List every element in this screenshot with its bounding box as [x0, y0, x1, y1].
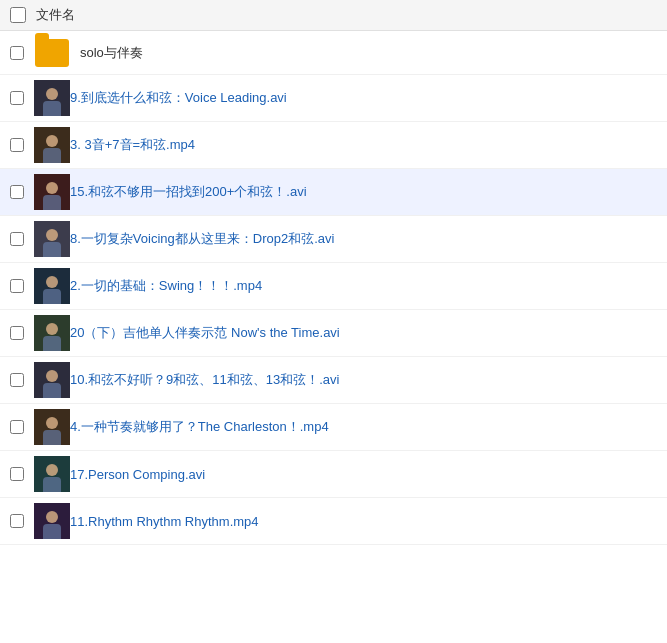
list-item: 11.Rhythm Rhythm Rhythm.mp4 [0, 498, 667, 545]
folder-name[interactable]: solo与伴奏 [80, 44, 143, 62]
file-name[interactable]: 10.和弦不好听？9和弦、11和弦、13和弦！.avi [70, 371, 339, 389]
video-thumbnail [34, 503, 70, 539]
row-checkbox[interactable] [10, 467, 24, 481]
file-name[interactable]: 15.和弦不够用一招找到200+个和弦！.avi [70, 183, 307, 201]
row-checkbox[interactable] [10, 46, 24, 60]
video-thumbnail [34, 456, 70, 492]
header-row: 文件名 [0, 0, 667, 31]
file-name[interactable]: 4.一种节奏就够用了？The Charleston！.mp4 [70, 418, 329, 436]
file-name[interactable]: 2.一切的基础：Swing！！！.mp4 [70, 277, 262, 295]
video-thumbnail [34, 362, 70, 398]
row-checkbox[interactable] [10, 279, 24, 293]
row-checkbox[interactable] [10, 232, 24, 246]
video-thumbnail [34, 268, 70, 304]
list-item: 3. 3音+7音=和弦.mp4 [0, 122, 667, 169]
list-item: 20（下）吉他单人伴奏示范 Now's the Time.avi [0, 310, 667, 357]
file-name[interactable]: 8.一切复杂Voicing都从这里来：Drop2和弦.avi [70, 230, 334, 248]
file-name[interactable]: 17.Person Comping.avi [70, 467, 205, 482]
list-item: 8.一切复杂Voicing都从这里来：Drop2和弦.avi [0, 216, 667, 263]
list-item: 15.和弦不够用一招找到200+个和弦！.avi [0, 169, 667, 216]
row-checkbox[interactable] [10, 420, 24, 434]
file-list: solo与伴奏9.到底选什么和弦：Voice Leading.avi3. 3音+… [0, 31, 667, 545]
list-item: 4.一种节奏就够用了？The Charleston！.mp4 [0, 404, 667, 451]
row-checkbox[interactable] [10, 91, 24, 105]
list-item: 9.到底选什么和弦：Voice Leading.avi [0, 75, 667, 122]
list-item: 2.一切的基础：Swing！！！.mp4 [0, 263, 667, 310]
file-name[interactable]: 9.到底选什么和弦：Voice Leading.avi [70, 89, 287, 107]
row-checkbox[interactable] [10, 185, 24, 199]
video-thumbnail [34, 315, 70, 351]
row-checkbox[interactable] [10, 138, 24, 152]
list-item: 17.Person Comping.avi [0, 451, 667, 498]
column-header-name: 文件名 [36, 6, 75, 24]
file-name[interactable]: 20（下）吉他单人伴奏示范 Now's the Time.avi [70, 324, 340, 342]
file-name[interactable]: 11.Rhythm Rhythm Rhythm.mp4 [70, 514, 259, 529]
video-thumbnail [34, 80, 70, 116]
video-thumbnail [34, 127, 70, 163]
video-thumbnail [34, 174, 70, 210]
select-all-checkbox[interactable] [10, 7, 26, 23]
folder-icon [34, 37, 70, 69]
row-checkbox[interactable] [10, 373, 24, 387]
list-item: 10.和弦不好听？9和弦、11和弦、13和弦！.avi [0, 357, 667, 404]
video-thumbnail [34, 221, 70, 257]
list-item: solo与伴奏 [0, 31, 667, 75]
video-thumbnail [34, 409, 70, 445]
row-checkbox[interactable] [10, 326, 24, 340]
file-name[interactable]: 3. 3音+7音=和弦.mp4 [70, 136, 195, 154]
row-checkbox[interactable] [10, 514, 24, 528]
